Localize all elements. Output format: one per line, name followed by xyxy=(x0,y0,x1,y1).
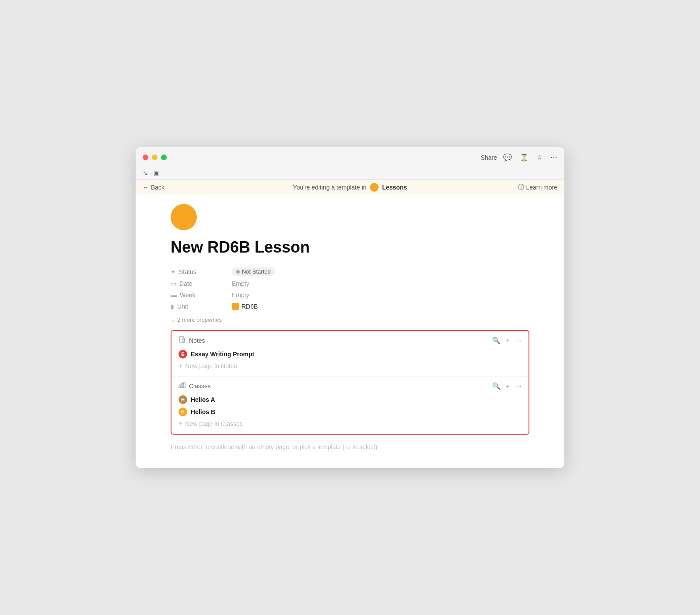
classes-search-icon[interactable]: 🔍 xyxy=(492,382,500,390)
classes-header: Classes 🔍 + ⋯ xyxy=(178,382,522,390)
template-banner: ← Back You're editing a template in Less… xyxy=(136,180,564,195)
new-page-classes-plus-icon: + xyxy=(178,420,182,428)
essay-writing-prompt-item[interactable]: E Essay Writing Prompt xyxy=(178,348,522,360)
helios-a-icon: H xyxy=(178,395,187,404)
back-label: Back xyxy=(151,184,164,191)
page-content: New RD6B Lesson ✦ Status Not Started ▭ D… xyxy=(136,195,564,468)
svg-point-1 xyxy=(177,210,191,224)
svg-rect-5 xyxy=(181,383,183,388)
classes-label: Classes xyxy=(189,383,211,390)
footer-hint: Press Enter to continue with an empty pa… xyxy=(171,443,377,450)
helios-a-label: Helios A xyxy=(191,396,215,403)
page-icon-area xyxy=(171,195,529,234)
notes-section: Notes 🔍 + ⋯ E Essay Writing Prompt + New… xyxy=(172,331,528,376)
learn-more-label: Learn more xyxy=(526,184,557,191)
close-button[interactable] xyxy=(143,155,148,160)
status-value: Not Started xyxy=(242,268,271,275)
maximize-button[interactable] xyxy=(161,155,167,160)
more-icon[interactable]: ⋯ xyxy=(550,153,557,162)
new-page-in-notes[interactable]: + New page in Notes xyxy=(178,360,522,373)
date-property-name: ▭ Date xyxy=(171,280,232,287)
helios-b-icon: H xyxy=(178,408,187,416)
back-arrow-icon: ← xyxy=(143,184,149,191)
unit-value[interactable]: RD6B xyxy=(232,303,258,310)
status-icon: ✦ xyxy=(171,268,176,275)
unit-icon: ▮ xyxy=(171,303,174,310)
classes-title: Classes xyxy=(178,382,211,390)
svg-point-0 xyxy=(372,185,377,190)
chevron-down-icon: ⌄ xyxy=(171,316,175,323)
titlebar: Share 💬 ⏳ ☆ ⋯ xyxy=(136,147,564,166)
notes-label: Notes xyxy=(189,337,205,344)
new-page-notes-label: New page in Notes xyxy=(185,362,237,369)
minimize-button[interactable] xyxy=(152,155,158,160)
classes-icon xyxy=(178,382,186,390)
week-label: Week xyxy=(180,292,196,299)
unit-color-icon xyxy=(232,303,239,310)
titlebar-icons: 💬 ⏳ ☆ ⋯ xyxy=(503,153,557,162)
clock-icon[interactable]: ⏳ xyxy=(520,153,528,162)
status-label: Status xyxy=(179,268,196,275)
lessons-icon xyxy=(370,183,379,192)
toolbar-left: ↘ ▣ xyxy=(143,169,160,177)
share-button[interactable]: Share xyxy=(481,154,497,161)
unit-property-name: ▮ Unit xyxy=(171,303,232,310)
notes-actions: 🔍 + ⋯ xyxy=(492,337,522,344)
classes-more-icon[interactable]: ⋯ xyxy=(515,382,522,390)
helios-b-item[interactable]: H Helios B xyxy=(178,406,522,418)
classes-section: Classes 🔍 + ⋯ H Helios A H Helios B xyxy=(172,376,528,434)
status-property: ✦ Status Not Started xyxy=(171,265,529,278)
helios-b-label: Helios B xyxy=(191,408,215,415)
svg-rect-3 xyxy=(183,338,185,342)
new-page-plus-icon: + xyxy=(178,362,182,370)
window-icon[interactable]: ▣ xyxy=(154,169,160,177)
date-value[interactable]: Empty xyxy=(232,280,249,287)
week-value[interactable]: Empty xyxy=(232,292,249,299)
svg-rect-4 xyxy=(179,385,181,388)
more-props-label: 2 more properties xyxy=(177,316,222,323)
essay-label: Essay Writing Prompt xyxy=(191,351,254,358)
week-property: ▬ Week Empty xyxy=(171,289,529,301)
svg-rect-6 xyxy=(183,382,185,388)
helios-a-item[interactable]: H Helios A xyxy=(178,394,522,406)
app-window: Share 💬 ⏳ ☆ ⋯ ↘ ▣ ← Back You're editing … xyxy=(136,147,564,468)
lessons-label: Lessons xyxy=(382,184,407,191)
unit-label: Unit xyxy=(177,303,188,310)
template-banner-wrapper: ← Back You're editing a template in Less… xyxy=(143,183,557,191)
unit-property: ▮ Unit RD6B xyxy=(171,301,529,312)
page-title: New RD6B Lesson xyxy=(171,238,529,257)
info-icon: ⓘ xyxy=(518,183,524,191)
notes-icon xyxy=(178,336,186,344)
date-icon: ▭ xyxy=(171,280,176,287)
status-property-name: ✦ Status xyxy=(171,268,232,275)
new-page-in-classes[interactable]: + New page in Classes xyxy=(178,418,522,430)
back-arrow-icon[interactable]: ↘ xyxy=(143,169,148,177)
relations-container: Notes 🔍 + ⋯ E Essay Writing Prompt + New… xyxy=(171,330,529,435)
learn-more-button[interactable]: ⓘ Learn more xyxy=(518,183,557,191)
notes-header: Notes 🔍 + ⋯ xyxy=(178,336,522,344)
toolbar: ↘ ▣ xyxy=(136,166,564,180)
date-property: ▭ Date Empty xyxy=(171,278,529,289)
date-label: Date xyxy=(179,280,192,287)
status-badge[interactable]: Not Started xyxy=(232,267,275,276)
status-dot xyxy=(236,270,240,274)
new-page-classes-label: New page in Classes xyxy=(185,420,243,427)
page-footer: Press Enter to continue with an empty pa… xyxy=(171,443,529,450)
unit-text: RD6B xyxy=(242,303,258,310)
classes-add-icon[interactable]: + xyxy=(506,382,510,390)
week-icon: ▬ xyxy=(171,292,177,299)
comment-icon[interactable]: 💬 xyxy=(503,153,512,162)
star-icon[interactable]: ☆ xyxy=(536,153,542,162)
more-properties-toggle[interactable]: ⌄ 2 more properties xyxy=(171,316,529,323)
essay-icon: E xyxy=(178,350,187,358)
properties: ✦ Status Not Started ▭ Date Empty ▬ xyxy=(171,265,529,312)
notes-title: Notes xyxy=(178,336,205,344)
week-property-name: ▬ Week xyxy=(171,292,232,299)
editing-text: You're editing a template in xyxy=(293,184,367,191)
back-button[interactable]: ← Back xyxy=(143,184,164,191)
classes-actions: 🔍 + ⋯ xyxy=(492,382,522,390)
page-icon xyxy=(171,204,197,230)
notes-more-icon[interactable]: ⋯ xyxy=(515,337,522,344)
notes-search-icon[interactable]: 🔍 xyxy=(492,337,500,344)
notes-add-icon[interactable]: + xyxy=(506,337,510,344)
